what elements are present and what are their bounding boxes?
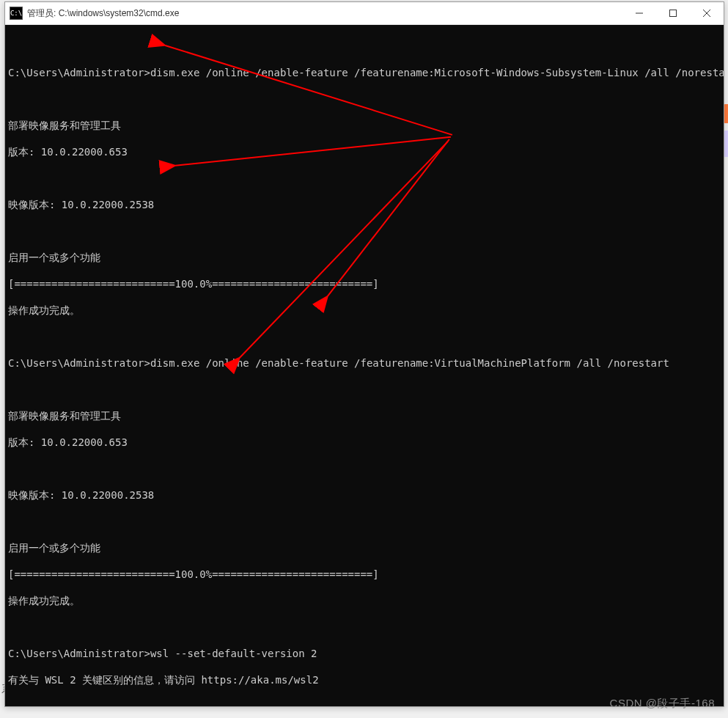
terminal-viewport[interactable]: C:\Users\Administrator>dism.exe /online … [5, 25, 724, 706]
terminal-line [8, 40, 721, 53]
command-3: wsl --set-default-version 2 [150, 648, 317, 659]
terminal-line [8, 462, 721, 475]
close-button[interactable] [690, 2, 724, 24]
terminal-line [8, 224, 721, 238]
terminal-line [8, 330, 721, 343]
terminal-line: [==========================100.0%=======… [8, 568, 721, 581]
close-icon [703, 10, 710, 17]
terminal-line: 操作成功完成。 [8, 304, 721, 317]
terminal-line [8, 515, 721, 528]
prompt: C:\Users\Administrator> [8, 357, 150, 369]
maximize-button[interactable] [656, 2, 690, 24]
terminal-line: 映像版本: 10.0.22000.2538 [8, 488, 721, 502]
terminal-line: C:\Users\Administrator>dism.exe /online … [8, 66, 721, 79]
minimize-button[interactable] [622, 2, 656, 24]
terminal-line: C:\Users\Administrator>wsl --set-default… [8, 647, 721, 660]
maximize-icon [669, 10, 677, 17]
terminal-line [8, 172, 721, 185]
minimize-icon [636, 10, 643, 17]
terminal-line: 版本: 10.0.22000.653 [8, 436, 721, 449]
terminal-line: 版本: 10.0.22000.653 [8, 145, 721, 158]
terminal-line [8, 383, 721, 396]
terminal-line [8, 620, 721, 634]
command-1: dism.exe /online /enable-feature /featur… [150, 67, 724, 78]
command-2: dism.exe /online /enable-feature /featur… [150, 357, 669, 369]
prompt: C:\Users\Administrator> [8, 67, 150, 78]
terminal-line: C:\Users\Administrator>dism.exe /online … [8, 356, 721, 370]
terminal-line: 部署映像服务和管理工具 [8, 409, 721, 422]
watermark: CSDN @段子手-168 [610, 697, 715, 711]
terminal-line: 启用一个或多个功能 [8, 251, 721, 264]
window-title: 管理员: C:\windows\system32\cmd.exe [27, 7, 622, 20]
terminal-line: [==========================100.0%=======… [8, 277, 721, 290]
terminal-line: 操作成功完成。 [8, 594, 721, 607]
terminal-line: 启用一个或多个功能 [8, 541, 721, 554]
prompt: C:\Users\Administrator> [8, 648, 150, 659]
titlebar[interactable]: C:\ 管理员: C:\windows\system32\cmd.exe [5, 2, 724, 25]
cmd-window: C:\ 管理员: C:\windows\system32\cmd.exe C:\… [4, 1, 724, 707]
terminal-line: 部署映像服务和管理工具 [8, 119, 721, 132]
cmd-icon: C:\ [10, 7, 23, 20]
svg-line-3 [328, 139, 449, 296]
window-controls [622, 2, 724, 24]
svg-rect-0 [670, 10, 677, 17]
terminal-line: 有关与 WSL 2 关键区别的信息，请访问 https://aka.ms/wsl… [8, 673, 721, 686]
terminal-line [8, 92, 721, 106]
terminal-line: 映像版本: 10.0.22000.2538 [8, 198, 721, 211]
